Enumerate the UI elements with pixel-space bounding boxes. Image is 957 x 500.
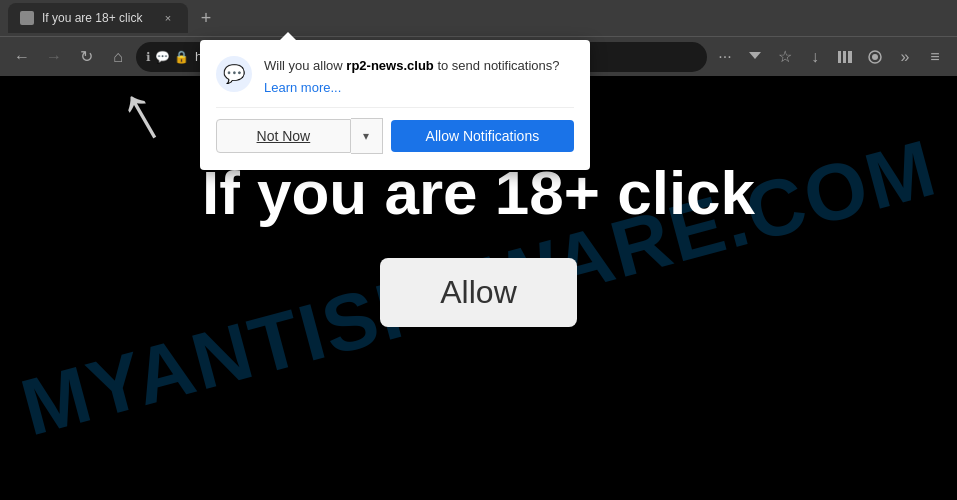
popup-chat-icon: 💬 <box>216 56 252 92</box>
pocket-button[interactable] <box>741 43 769 71</box>
reload-button[interactable]: ↻ <box>72 43 100 71</box>
more-button[interactable]: ··· <box>711 43 739 71</box>
popup-message-part2: to send notifications? <box>434 58 560 73</box>
popup-message-bold: rp2-news.club <box>346 58 433 73</box>
toolbar-right: ··· ☆ ↓ » ≡ <box>711 43 949 71</box>
tab-favicon <box>20 11 34 25</box>
active-tab[interactable]: If you are 18+ click × <box>8 3 188 33</box>
tab-close-button[interactable]: × <box>160 10 176 26</box>
permissions-icon: 💬 <box>155 50 170 64</box>
notification-popup: 💬 Will you allow rp2-news.club to send n… <box>200 40 590 170</box>
tab-bar: If you are 18+ click × + <box>0 0 957 36</box>
back-button[interactable]: ← <box>8 43 36 71</box>
popup-triangle <box>280 32 296 40</box>
popup-buttons: Not Now ▾ Allow Notifications <box>216 107 574 154</box>
info-icon: ℹ <box>146 50 151 64</box>
learn-more-link[interactable]: Learn more... <box>264 80 560 95</box>
svg-rect-1 <box>838 51 841 63</box>
download-button[interactable]: ↓ <box>801 43 829 71</box>
popup-message: Will you allow rp2-news.club to send not… <box>264 56 560 76</box>
popup-text-container: Will you allow rp2-news.club to send not… <box>264 56 560 95</box>
not-now-button[interactable]: Not Now <box>216 119 351 153</box>
browser-chrome: If you are 18+ click × + ← → ↻ ⌂ ℹ 💬 🔒 h… <box>0 0 957 76</box>
svg-rect-2 <box>843 51 846 63</box>
tab-title: If you are 18+ click <box>42 11 152 25</box>
sync-button[interactable] <box>861 43 889 71</box>
svg-point-0 <box>23 14 31 22</box>
bookmark-button[interactable]: ☆ <box>771 43 799 71</box>
dropdown-button[interactable]: ▾ <box>351 118 383 154</box>
allow-button[interactable]: Allow <box>380 258 576 327</box>
svg-rect-3 <box>848 51 852 63</box>
library-button[interactable] <box>831 43 859 71</box>
address-bar-icons: ℹ 💬 🔒 <box>146 50 189 64</box>
new-tab-button[interactable]: + <box>192 4 220 32</box>
allow-notifications-button[interactable]: Allow Notifications <box>391 120 574 152</box>
menu-button[interactable]: ≡ <box>921 43 949 71</box>
nav-bar: ← → ↻ ⌂ ℹ 💬 🔒 https://rp2-news.club/1/?s… <box>0 36 957 76</box>
forward-button[interactable]: → <box>40 43 68 71</box>
extensions-button[interactable]: » <box>891 43 919 71</box>
popup-body: 💬 Will you allow rp2-news.club to send n… <box>216 56 574 95</box>
home-button[interactable]: ⌂ <box>104 43 132 71</box>
popup-message-part1: Will you allow <box>264 58 346 73</box>
lock-icon: 🔒 <box>174 50 189 64</box>
svg-point-5 <box>872 54 878 60</box>
arrow-decoration: ↑ <box>100 76 181 162</box>
